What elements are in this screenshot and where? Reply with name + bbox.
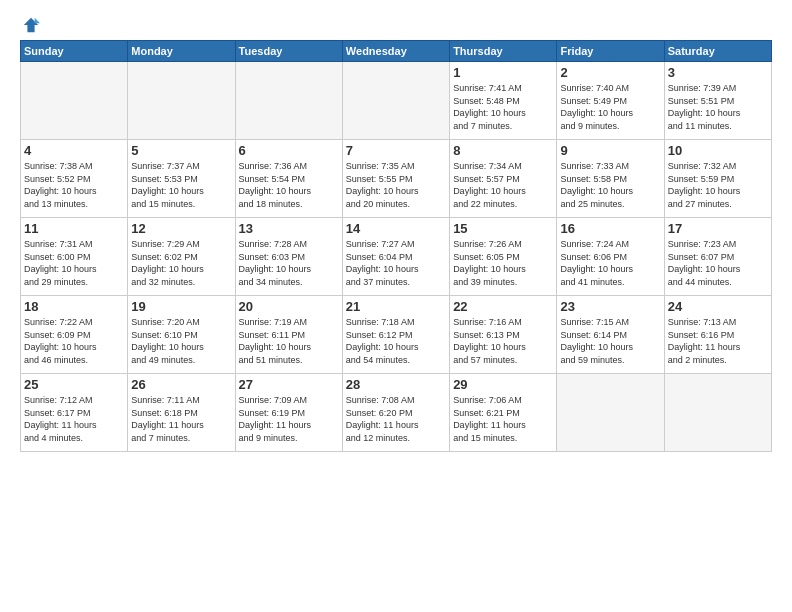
week-row-4: 18Sunrise: 7:22 AM Sunset: 6:09 PM Dayli… [21, 296, 772, 374]
day-number: 21 [346, 299, 446, 314]
day-info: Sunrise: 7:36 AM Sunset: 5:54 PM Dayligh… [239, 160, 339, 210]
day-number: 6 [239, 143, 339, 158]
day-info: Sunrise: 7:38 AM Sunset: 5:52 PM Dayligh… [24, 160, 124, 210]
day-info: Sunrise: 7:37 AM Sunset: 5:53 PM Dayligh… [131, 160, 231, 210]
calendar-cell: 11Sunrise: 7:31 AM Sunset: 6:00 PM Dayli… [21, 218, 128, 296]
day-info: Sunrise: 7:19 AM Sunset: 6:11 PM Dayligh… [239, 316, 339, 366]
calendar-cell: 8Sunrise: 7:34 AM Sunset: 5:57 PM Daylig… [450, 140, 557, 218]
calendar-cell: 21Sunrise: 7:18 AM Sunset: 6:12 PM Dayli… [342, 296, 449, 374]
day-info: Sunrise: 7:41 AM Sunset: 5:48 PM Dayligh… [453, 82, 553, 132]
day-number: 25 [24, 377, 124, 392]
day-number: 22 [453, 299, 553, 314]
day-info: Sunrise: 7:31 AM Sunset: 6:00 PM Dayligh… [24, 238, 124, 288]
day-number: 15 [453, 221, 553, 236]
day-info: Sunrise: 7:08 AM Sunset: 6:20 PM Dayligh… [346, 394, 446, 444]
day-number: 24 [668, 299, 768, 314]
calendar-cell: 12Sunrise: 7:29 AM Sunset: 6:02 PM Dayli… [128, 218, 235, 296]
calendar-cell: 2Sunrise: 7:40 AM Sunset: 5:49 PM Daylig… [557, 62, 664, 140]
day-number: 14 [346, 221, 446, 236]
calendar-cell: 25Sunrise: 7:12 AM Sunset: 6:17 PM Dayli… [21, 374, 128, 452]
calendar-cell: 10Sunrise: 7:32 AM Sunset: 5:59 PM Dayli… [664, 140, 771, 218]
calendar-cell: 6Sunrise: 7:36 AM Sunset: 5:54 PM Daylig… [235, 140, 342, 218]
logo-icon [22, 16, 40, 34]
day-info: Sunrise: 7:23 AM Sunset: 6:07 PM Dayligh… [668, 238, 768, 288]
calendar-cell: 26Sunrise: 7:11 AM Sunset: 6:18 PM Dayli… [128, 374, 235, 452]
day-info: Sunrise: 7:11 AM Sunset: 6:18 PM Dayligh… [131, 394, 231, 444]
day-number: 11 [24, 221, 124, 236]
calendar-cell: 27Sunrise: 7:09 AM Sunset: 6:19 PM Dayli… [235, 374, 342, 452]
day-info: Sunrise: 7:29 AM Sunset: 6:02 PM Dayligh… [131, 238, 231, 288]
weekday-header-wednesday: Wednesday [342, 41, 449, 62]
day-info: Sunrise: 7:09 AM Sunset: 6:19 PM Dayligh… [239, 394, 339, 444]
day-info: Sunrise: 7:20 AM Sunset: 6:10 PM Dayligh… [131, 316, 231, 366]
calendar-cell: 7Sunrise: 7:35 AM Sunset: 5:55 PM Daylig… [342, 140, 449, 218]
day-number: 26 [131, 377, 231, 392]
day-number: 3 [668, 65, 768, 80]
calendar-cell [557, 374, 664, 452]
day-info: Sunrise: 7:39 AM Sunset: 5:51 PM Dayligh… [668, 82, 768, 132]
day-info: Sunrise: 7:26 AM Sunset: 6:05 PM Dayligh… [453, 238, 553, 288]
calendar-cell: 18Sunrise: 7:22 AM Sunset: 6:09 PM Dayli… [21, 296, 128, 374]
day-info: Sunrise: 7:18 AM Sunset: 6:12 PM Dayligh… [346, 316, 446, 366]
day-info: Sunrise: 7:28 AM Sunset: 6:03 PM Dayligh… [239, 238, 339, 288]
calendar-cell: 13Sunrise: 7:28 AM Sunset: 6:03 PM Dayli… [235, 218, 342, 296]
calendar-cell [21, 62, 128, 140]
calendar-cell: 28Sunrise: 7:08 AM Sunset: 6:20 PM Dayli… [342, 374, 449, 452]
week-row-1: 1Sunrise: 7:41 AM Sunset: 5:48 PM Daylig… [21, 62, 772, 140]
calendar-cell [235, 62, 342, 140]
weekday-header-friday: Friday [557, 41, 664, 62]
day-info: Sunrise: 7:15 AM Sunset: 6:14 PM Dayligh… [560, 316, 660, 366]
calendar-cell: 9Sunrise: 7:33 AM Sunset: 5:58 PM Daylig… [557, 140, 664, 218]
day-info: Sunrise: 7:34 AM Sunset: 5:57 PM Dayligh… [453, 160, 553, 210]
calendar-cell: 22Sunrise: 7:16 AM Sunset: 6:13 PM Dayli… [450, 296, 557, 374]
day-number: 18 [24, 299, 124, 314]
weekday-header-sunday: Sunday [21, 41, 128, 62]
header [20, 16, 772, 34]
calendar: SundayMondayTuesdayWednesdayThursdayFrid… [20, 40, 772, 452]
calendar-cell: 19Sunrise: 7:20 AM Sunset: 6:10 PM Dayli… [128, 296, 235, 374]
day-number: 9 [560, 143, 660, 158]
calendar-cell: 5Sunrise: 7:37 AM Sunset: 5:53 PM Daylig… [128, 140, 235, 218]
day-number: 8 [453, 143, 553, 158]
day-number: 5 [131, 143, 231, 158]
week-row-2: 4Sunrise: 7:38 AM Sunset: 5:52 PM Daylig… [21, 140, 772, 218]
calendar-cell [342, 62, 449, 140]
day-info: Sunrise: 7:27 AM Sunset: 6:04 PM Dayligh… [346, 238, 446, 288]
day-number: 28 [346, 377, 446, 392]
day-info: Sunrise: 7:06 AM Sunset: 6:21 PM Dayligh… [453, 394, 553, 444]
day-info: Sunrise: 7:32 AM Sunset: 5:59 PM Dayligh… [668, 160, 768, 210]
day-number: 2 [560, 65, 660, 80]
calendar-cell: 4Sunrise: 7:38 AM Sunset: 5:52 PM Daylig… [21, 140, 128, 218]
calendar-cell: 17Sunrise: 7:23 AM Sunset: 6:07 PM Dayli… [664, 218, 771, 296]
weekday-header-saturday: Saturday [664, 41, 771, 62]
day-info: Sunrise: 7:22 AM Sunset: 6:09 PM Dayligh… [24, 316, 124, 366]
day-number: 29 [453, 377, 553, 392]
day-number: 12 [131, 221, 231, 236]
day-number: 10 [668, 143, 768, 158]
week-row-5: 25Sunrise: 7:12 AM Sunset: 6:17 PM Dayli… [21, 374, 772, 452]
day-number: 23 [560, 299, 660, 314]
calendar-cell: 3Sunrise: 7:39 AM Sunset: 5:51 PM Daylig… [664, 62, 771, 140]
day-number: 13 [239, 221, 339, 236]
day-number: 4 [24, 143, 124, 158]
day-info: Sunrise: 7:33 AM Sunset: 5:58 PM Dayligh… [560, 160, 660, 210]
day-info: Sunrise: 7:40 AM Sunset: 5:49 PM Dayligh… [560, 82, 660, 132]
day-number: 27 [239, 377, 339, 392]
day-info: Sunrise: 7:35 AM Sunset: 5:55 PM Dayligh… [346, 160, 446, 210]
calendar-cell: 29Sunrise: 7:06 AM Sunset: 6:21 PM Dayli… [450, 374, 557, 452]
day-info: Sunrise: 7:16 AM Sunset: 6:13 PM Dayligh… [453, 316, 553, 366]
day-number: 20 [239, 299, 339, 314]
svg-marker-1 [35, 18, 40, 23]
calendar-cell: 23Sunrise: 7:15 AM Sunset: 6:14 PM Dayli… [557, 296, 664, 374]
calendar-cell: 20Sunrise: 7:19 AM Sunset: 6:11 PM Dayli… [235, 296, 342, 374]
calendar-cell: 1Sunrise: 7:41 AM Sunset: 5:48 PM Daylig… [450, 62, 557, 140]
weekday-header-row: SundayMondayTuesdayWednesdayThursdayFrid… [21, 41, 772, 62]
day-number: 1 [453, 65, 553, 80]
weekday-header-thursday: Thursday [450, 41, 557, 62]
calendar-cell: 24Sunrise: 7:13 AM Sunset: 6:16 PM Dayli… [664, 296, 771, 374]
day-number: 7 [346, 143, 446, 158]
week-row-3: 11Sunrise: 7:31 AM Sunset: 6:00 PM Dayli… [21, 218, 772, 296]
day-number: 16 [560, 221, 660, 236]
calendar-cell: 14Sunrise: 7:27 AM Sunset: 6:04 PM Dayli… [342, 218, 449, 296]
page: SundayMondayTuesdayWednesdayThursdayFrid… [0, 0, 792, 612]
